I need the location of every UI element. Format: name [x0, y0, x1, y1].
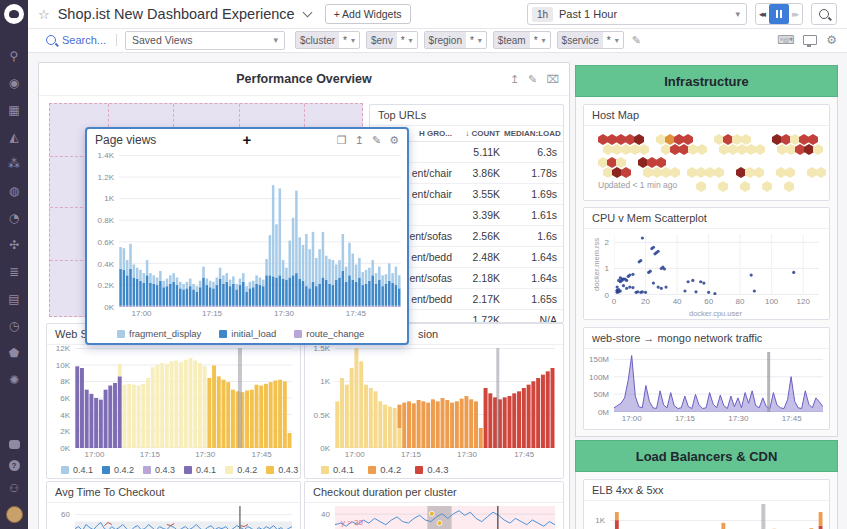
- legend-label: 0.4.1: [73, 465, 93, 475]
- pause-button[interactable]: [769, 4, 789, 24]
- page-views-floating-widget[interactable]: Page views + ❐ ↥ ✎ ⚙ 1.4K1.2K1K0.8K0.6K0…: [85, 127, 409, 345]
- gear-icon[interactable]: ⚙: [389, 134, 399, 147]
- time-forward-icon[interactable]: ▸▸: [789, 9, 802, 19]
- dashboards-icon[interactable]: ▦: [8, 104, 19, 116]
- ci-icon[interactable]: ✺: [9, 374, 19, 386]
- apm-icon[interactable]: ✣: [9, 239, 19, 251]
- legend-item[interactable]: 0.4.2: [225, 465, 257, 475]
- legend-item[interactable]: 0.4.3: [266, 465, 298, 475]
- keyboard-shortcuts-icon[interactable]: ⌨: [777, 33, 794, 47]
- y-tick-label: 0K: [60, 444, 70, 453]
- host-hexagon: [621, 144, 631, 155]
- title-chevron-down-icon[interactable]: [302, 8, 312, 18]
- host-cluster[interactable]: [598, 134, 643, 153]
- chat-icon[interactable]: [9, 440, 20, 449]
- logs-icon[interactable]: ≣: [9, 266, 19, 278]
- checkout-duration-chart[interactable]: [335, 506, 555, 529]
- metrics-icon[interactable]: ◔: [9, 212, 19, 224]
- legend-item[interactable]: 0.4.2: [102, 465, 134, 475]
- group-header[interactable]: Infrastructure: [575, 65, 838, 97]
- host-cluster[interactable]: [776, 167, 794, 176]
- legend-item[interactable]: 0.4.1: [184, 465, 216, 475]
- time-range-dropdown[interactable]: 1h Past 1 Hour ▾: [527, 3, 747, 25]
- avg-checkout-chart[interactable]: [75, 506, 292, 529]
- legend-label: 0.4.3: [155, 465, 175, 475]
- fullscreen-icon[interactable]: ❐: [337, 134, 347, 147]
- infrastructure-icon[interactable]: ◭: [9, 131, 18, 143]
- datadog-logo-icon[interactable]: [4, 4, 24, 24]
- security-icon[interactable]: ⬟: [9, 347, 19, 359]
- service-map-icon[interactable]: ⁂: [8, 158, 20, 170]
- template-variable-env[interactable]: $env*▾: [366, 31, 418, 49]
- saved-views-dropdown[interactable]: Saved Views ▾: [125, 31, 285, 50]
- legend-item[interactable]: initial_load: [219, 328, 276, 339]
- host-cluster[interactable]: [807, 167, 825, 176]
- y-tick-label: 2: [605, 238, 609, 247]
- search-icon[interactable]: ⚲: [10, 50, 19, 62]
- template-variable-region[interactable]: $region*▾: [424, 31, 487, 49]
- dashboard-settings-gear-icon[interactable]: ⚙: [826, 33, 837, 47]
- host-map-hexgrid[interactable]: Updated < 1 min ago: [584, 126, 829, 196]
- legend-item[interactable]: 0.4.1: [321, 464, 354, 475]
- x-tick-label: 17:15: [140, 450, 160, 459]
- template-variable-cluster[interactable]: $cluster*▾: [295, 31, 360, 49]
- synthetics-icon[interactable]: ◷: [9, 320, 19, 332]
- watchdog-icon[interactable]: ◉: [9, 77, 19, 89]
- edit-pencil-icon[interactable]: ✎: [372, 134, 381, 147]
- legend-item[interactable]: 0.4.2: [368, 464, 401, 475]
- invite-users-icon[interactable]: ⚇: [9, 482, 19, 495]
- time-back-icon[interactable]: ◂◂: [756, 9, 769, 19]
- host-cluster[interactable]: [784, 181, 793, 190]
- host-cluster[interactable]: [696, 181, 705, 190]
- help-icon[interactable]: ?: [9, 460, 20, 471]
- legend-item[interactable]: 0.4.3: [143, 465, 175, 475]
- legend-label: 0.4.3: [278, 465, 298, 475]
- legend-item[interactable]: 0.4.1: [61, 465, 93, 475]
- host-cluster[interactable]: [656, 134, 701, 153]
- x-tick-label: 17:15: [401, 450, 421, 459]
- x-axis-labels: 17:0017:1517:3017:45: [119, 309, 401, 319]
- tv-mode-icon[interactable]: [803, 35, 817, 45]
- legend-item[interactable]: route_change: [294, 328, 364, 339]
- move-cursor-icon[interactable]: +: [243, 131, 252, 148]
- search-input[interactable]: Search...: [62, 34, 106, 46]
- host-cluster[interactable]: [687, 167, 723, 176]
- host-cluster[interactable]: [718, 181, 727, 190]
- add-widgets-button[interactable]: + Add Widgets: [325, 4, 411, 24]
- column-header[interactable]: ↓ COUNT: [456, 129, 504, 138]
- legend-item[interactable]: fragment_display: [117, 328, 201, 339]
- y-tick-label: 1.2K: [98, 173, 114, 182]
- legend-swatch: [225, 466, 233, 474]
- group-header[interactable]: Load Balancers & CDN: [575, 440, 838, 472]
- export-icon[interactable]: ↥: [510, 73, 519, 86]
- legend-item[interactable]: 0.4.3: [415, 464, 448, 475]
- elb-errors-chart[interactable]: [610, 504, 823, 529]
- host-hexagon: [804, 144, 814, 155]
- monitors-icon[interactable]: ◍: [9, 185, 19, 197]
- host-cluster[interactable]: [762, 181, 771, 190]
- cpu-mem-scatter-chart[interactable]: [614, 234, 819, 295]
- web-store-chart[interactable]: [75, 348, 292, 448]
- infrastructure-group: Infrastructure Host Map Updated < 1 min …: [575, 65, 838, 437]
- page-views-chart[interactable]: [119, 155, 401, 307]
- host-cluster[interactable]: [772, 134, 817, 153]
- host-cluster[interactable]: [714, 134, 759, 153]
- network-traffic-chart[interactable]: [614, 352, 823, 412]
- template-variable-service[interactable]: $service*▾: [557, 31, 624, 49]
- legend-label: 0.4.1: [196, 465, 216, 475]
- edit-variables-pencil-icon[interactable]: ✎: [632, 34, 641, 47]
- host-cluster[interactable]: [598, 157, 625, 176]
- export-icon[interactable]: ↥: [355, 134, 364, 147]
- user-avatar[interactable]: [6, 506, 23, 523]
- edit-pencil-icon[interactable]: ✎: [528, 73, 537, 86]
- favorite-star-icon[interactable]: ☆: [38, 7, 50, 22]
- host-cluster[interactable]: [740, 181, 749, 190]
- notebooks-icon[interactable]: ▤: [8, 293, 19, 305]
- delete-trash-icon[interactable]: ⌧: [546, 73, 559, 86]
- sessions-chart[interactable]: [335, 348, 555, 448]
- zoom-button[interactable]: [811, 3, 837, 25]
- host-cluster[interactable]: [736, 167, 763, 176]
- host-cluster[interactable]: [638, 157, 674, 176]
- template-variable-team[interactable]: $team*▾: [493, 31, 551, 49]
- column-header[interactable]: MEDIAN:LOAD EVE: [504, 129, 561, 138]
